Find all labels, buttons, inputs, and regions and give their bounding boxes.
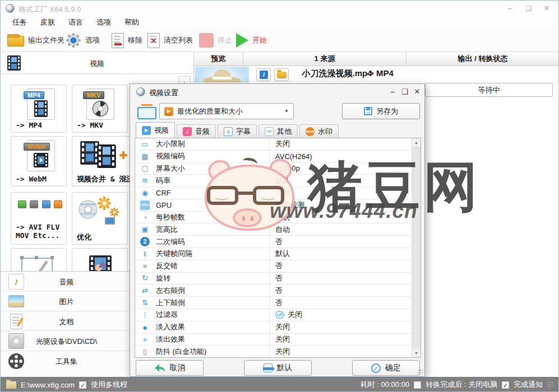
setting-row[interactable]: ‖ 关键帧间隔 默认 [135,248,412,260]
menu-bar: 任务皮肤语言选项帮助 [1,16,558,29]
card-avi-flv-mov[interactable]: -> AVI FLV MOV Etc... [11,192,67,245]
setting-row[interactable]: ▯ 防抖 (白金功能) 关闭 [135,346,412,357]
scroll-down-icon[interactable] [412,348,421,357]
queue-header: 预览 1 来源 输出 / 转换状态 [194,52,559,66]
stop-button[interactable]: 停止 [199,30,232,50]
notify-label: 完成通知 [514,380,543,390]
default-label: 默认 [277,363,293,373]
setting-label: 视频编码 [156,151,185,161]
setting-row[interactable]: ◔ 每秒帧数 默认 [135,212,412,224]
card-label: -> MP4 [16,121,42,129]
profile-dropdown[interactable]: ▶ 最优化的质量和大小 [159,103,294,119]
column-output-state[interactable]: 输出 / 转换状态 [406,52,559,66]
multithread-checkbox[interactable] [79,381,86,389]
tab-label: 字幕 [236,127,251,137]
maximize-icon[interactable] [521,3,536,14]
stabilize-icon: ▯ [140,347,150,356]
settings-scrollbar[interactable] [412,138,421,357]
dialog-tab[interactable]: ≡ 字幕 [218,124,257,138]
setting-row[interactable]: ◉ CRF 关闭 [135,187,412,199]
close-icon[interactable] [539,3,554,14]
stop-icon [199,33,214,48]
card-mp4[interactable]: MP4 -> MP4 [11,85,67,133]
column-preview[interactable]: 预览 [194,52,243,66]
remove-button[interactable]: 移除 [112,30,142,50]
menu-item[interactable]: 任务 [10,16,30,29]
menu-item[interactable]: 语言 [66,16,86,29]
dialog-tab[interactable]: ≔ 其他 [258,124,298,138]
folder-icon [7,34,24,46]
menu-item[interactable]: 帮助 [122,16,142,29]
setting-value: AVC(H264) [275,152,312,161]
output-folder-button[interactable]: 输出文件夹 [7,30,64,50]
new-badge-icon: NEW [306,127,315,136]
setting-row[interactable]: ▦ 视频编码 AVC(H264) [135,151,412,163]
notify-checkbox[interactable] [502,381,509,389]
setting-row[interactable]: ⇄ 左右颠倒 否 [135,284,412,297]
queue-filename[interactable]: 小刀洗澡视频.mp4 [256,68,418,79]
output-path[interactable]: E:\www.x6g.com [21,381,75,389]
filmstrip-icon [89,254,112,273]
mkv-file-icon: MKV [86,88,114,120]
status-bar: E:\www.x6g.com 使用多线程 耗时 : 00:00:00 转换完成后… [1,377,558,392]
setting-value: 否 [275,298,283,308]
setting-row[interactable]: ▣ 宽高比 自动 [135,223,412,236]
ok-button[interactable]: 确定 [352,360,420,376]
start-button[interactable]: 开始 [236,30,267,50]
app-logo-icon [6,4,15,13]
scroll-up-icon[interactable] [412,138,421,147]
menu-item[interactable]: 皮肤 [38,16,58,29]
setting-label: 过滤器 [156,310,178,320]
dialog-tab[interactable]: ▶ 视频 [136,122,175,138]
setting-row[interactable]: GPU GPU 自动检测 [135,199,412,212]
card-optimize[interactable]: 优化 [72,192,128,245]
setting-row[interactable]: ⇅ 上下颠倒 否 [135,297,412,309]
setting-row[interactable]: ⋮ 过滤器 off 关闭 [135,309,412,321]
card-webm[interactable]: Webm -> WebM [11,136,67,186]
dialog-tab[interactable]: NEW 水印 [299,124,339,138]
card-label: 优化 [77,233,91,241]
resize-grip[interactable] [547,381,553,388]
filmstrip-icon [80,141,99,165]
dialog-close-icon[interactable]: ✕ [410,86,424,97]
setting-row[interactable]: ▭ 大小限制 关闭 [135,138,412,151]
setting-label: 淡出效果 [156,334,185,344]
card-label: 视频合并 & 混流 [77,175,133,183]
format-icons [18,200,63,211]
sliders-icon: ≔ [265,127,274,136]
queue-status-badge: 等待中 [425,83,553,97]
sidebar-section-video[interactable]: 视频 [1,52,193,74]
setting-row[interactable]: 2 二次编码 否 [135,236,412,248]
card-video-merge[interactable]: 视频合并 & 混流 [72,136,133,186]
scrollbar-thumb[interactable] [413,148,420,347]
setting-row[interactable]: ≋ 码率 默认 [135,175,412,187]
setting-row[interactable]: ● 淡出效果 关闭 [135,334,412,346]
setting-value: 否 [275,261,283,271]
setting-row[interactable]: ↻ 旋转 否 [135,273,412,285]
setting-row[interactable]: ≡ 反交错 否 [135,260,412,273]
dialog-tab[interactable]: ♪ 音频 [177,124,216,138]
card-label: -> WebM [16,175,47,183]
clear-list-button[interactable]: ✕ 清空列表 [147,30,193,50]
resize-grip[interactable] [417,369,423,375]
setting-value: 自动检测 [275,200,304,210]
minimize-icon[interactable] [502,3,517,14]
card-mkv[interactable]: MKV -> MKV [72,85,128,133]
options-button[interactable]: 选项 [66,30,100,50]
setting-row[interactable]: ● 淡入效果 关闭 [135,321,412,334]
cancel-button[interactable]: 取消 [136,360,204,376]
save-as-button[interactable]: 另存为 [342,103,420,119]
preview-thumbnail[interactable] [195,67,249,83]
menu-item[interactable]: 选项 [94,16,114,29]
default-button[interactable]: 默认 [244,360,312,376]
column-source[interactable]: 1 来源 [243,52,406,66]
setting-label: 码率 [156,176,170,186]
default-doc-icon [264,363,272,372]
setting-row[interactable]: ▢ 屏幕大小 <1080p [135,163,412,175]
output-path-folder-icon[interactable] [6,381,16,389]
ok-label: 确定 [385,363,401,373]
gpu-icon: GPU [140,200,150,210]
shutdown-checkbox[interactable] [414,381,421,389]
screen-icon: ▢ [140,164,150,173]
subtitle-icon: ≡ [224,127,233,136]
